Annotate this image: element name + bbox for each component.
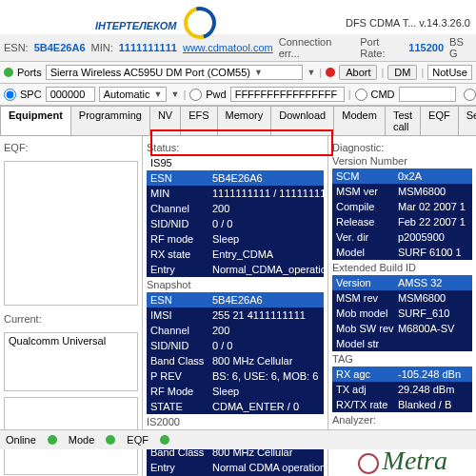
main-tabstrip: EquipmentProgrammingNVEFSMemoryDownloadM… [0, 106, 476, 136]
ports-toolbar: Ports Sierra Wireless AC595U DM Port (CO… [0, 62, 476, 84]
kv-row: EntryNormal_CDMA_operation [147, 262, 324, 277]
kv-row: TX adj29.248 dBm [332, 382, 472, 397]
kv-row: SID/NID0 / 0 [147, 338, 324, 353]
analyzer-label: Analyzer: [332, 414, 472, 426]
extbuild-grid: VersionAMSS 32MSM revMSM6800Mob modelSUR… [332, 275, 472, 351]
info-bar: ESN: 5B4E26A6 MIN: 1111111111 www.cdmato… [0, 34, 476, 62]
esn-value: 5B4E26A6 [34, 42, 86, 53]
byte-radio[interactable] [464, 89, 476, 101]
tag-grid: RX agc-105.248 dBnTX adj29.248 dBmRX/TX … [332, 367, 472, 412]
tab-eqf[interactable]: EQF [420, 106, 459, 135]
kv-row: RX stateEntry_CDMA [147, 247, 324, 262]
version-grid: SCM0x2AMSM verMSM6800CompileMar 02 2007 … [332, 169, 472, 260]
spc-radio[interactable] [4, 89, 16, 101]
chevron-down-icon[interactable]: ▼ [307, 68, 315, 77]
kv-row: ModelSURF 6100 1 [332, 245, 472, 260]
kv-row: SID/NID0 / 0 [147, 216, 324, 231]
kv-row: ReleaseFeb 22 2007 1 [332, 214, 472, 229]
snapshot-label: Snapshot [147, 279, 324, 290]
kv-row: SCM0x2A [332, 169, 472, 184]
snapshot-grid: ESN5B4E26A6IMSI255 21 4111111111Channel2… [147, 292, 324, 414]
status-grid: IS95ESN5B4E26A6MIN1111111111 / 111111111… [147, 155, 324, 277]
tab-memory[interactable]: Memory [217, 106, 272, 135]
kv-row: MIN1111111111 / 1111111111 [147, 186, 324, 201]
eqf-label: EQF: [4, 142, 138, 153]
spc-toolbar: SPC Automatic▼ ▼ | Pwd | CMD Byte [0, 84, 476, 106]
kv-row: RF ModeSleep [147, 384, 324, 399]
kv-row: RF modeSleep [147, 231, 324, 247]
kv-row: IMSI255 21 4111111111 [147, 307, 324, 323]
eqf-panel[interactable] [4, 161, 138, 306]
tab-efs[interactable]: EFS [180, 106, 217, 135]
kv-row: EntryNormal CDMA operation [147, 460, 324, 475]
abort-button[interactable]: Abort [339, 65, 377, 80]
kv-row: Channel200 [147, 201, 324, 216]
kv-row: Mob modelSURF_610 [332, 306, 472, 321]
kv-row: CompileMar 02 2007 1 [332, 199, 472, 214]
pwd-input[interactable] [230, 87, 345, 102]
ports-status-icon [4, 68, 13, 77]
kv-row: VersionAMSS 32 [332, 275, 472, 290]
tab-settings[interactable]: Settings [458, 106, 476, 135]
port-select[interactable]: Sierra Wireless AC595U DM Port (COM55)▼ [46, 65, 304, 80]
kv-row: Model str [332, 336, 472, 351]
online-icon [48, 435, 57, 445]
conn-status: Connection err... [279, 36, 349, 59]
current-panel: Qualcomm Universal [4, 332, 138, 391]
port-rate: 115200 [408, 42, 444, 53]
kv-row: MSM verMSM6800 [332, 184, 472, 199]
window-title: DFS CDMA T... v.14.3.26.0 [346, 17, 470, 29]
kv-row: RX agc-105.248 dBn [332, 367, 472, 382]
kv-row: Channel200 [147, 323, 324, 338]
tab-equipment[interactable]: Equipment [0, 106, 71, 135]
diagnostic-label: Diagnostic: [332, 142, 472, 153]
kv-row: ESN5B4E26A6 [147, 170, 324, 186]
abort-icon [326, 68, 335, 77]
kv-row: P REVBS: 6, USE: 6, MOB: 6 [147, 368, 324, 384]
cmd-radio[interactable] [355, 89, 367, 101]
kv-row: Mob SW revM6800A-SV [332, 321, 472, 336]
is2000-label: IS2000 [147, 416, 324, 427]
status-label: Status: [147, 142, 324, 153]
eqf-icon [160, 435, 169, 445]
kv-row: RX/TX rateBlanked / B [332, 397, 472, 412]
cdmatool-link[interactable]: www.cdmatool.com [183, 42, 273, 53]
chevron-down-icon: ▼ [254, 68, 263, 77]
spc-input[interactable] [46, 87, 95, 102]
kv-row: MSM revMSM6800 [332, 290, 472, 306]
chevron-down-icon[interactable]: ▼ [170, 89, 179, 99]
kv-row: ESN5B4E26A6 [147, 292, 324, 307]
kv-row: STATECDMA_ENTER / 0 [147, 399, 324, 414]
tab-test-call[interactable]: Test call [385, 106, 421, 135]
cmd-input[interactable] [399, 87, 456, 102]
kv-row: Band Class800 MHz Cellular [147, 353, 324, 368]
kv-row: Ver. dirp2005900 [332, 229, 472, 245]
tab-nv[interactable]: NV [149, 106, 181, 135]
min-value: 1111111111 [119, 42, 177, 53]
metra-watermark: Metra [358, 446, 447, 476]
spc-mode-combo[interactable]: Automatic▼ [99, 87, 168, 102]
mode-icon [106, 435, 115, 445]
pwd-radio[interactable] [189, 89, 202, 101]
tab-download[interactable]: Download [270, 106, 334, 135]
notuse-combo[interactable]: NotUse [427, 65, 472, 80]
tab-modem[interactable]: Modem [333, 106, 386, 135]
kv-row: IS95 [147, 155, 324, 170]
tab-programming[interactable]: Programming [70, 106, 150, 135]
dm-button[interactable]: DM [387, 65, 417, 80]
current-label: Current: [4, 313, 138, 325]
